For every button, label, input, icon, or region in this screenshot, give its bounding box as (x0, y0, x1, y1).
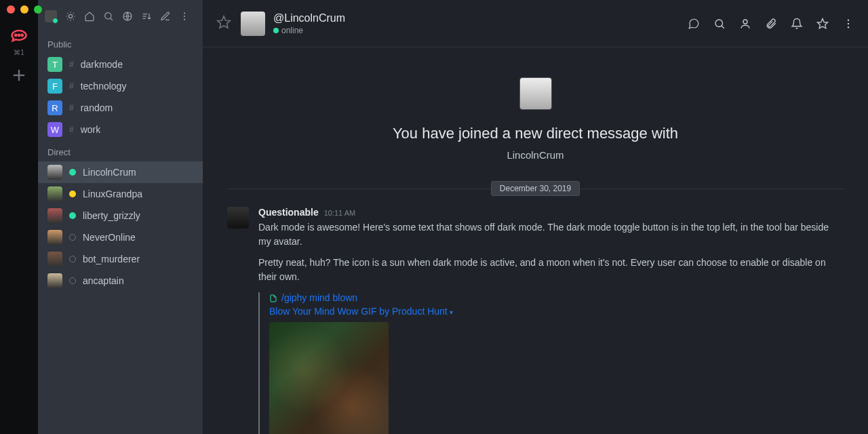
star-icon[interactable] (816, 18, 829, 30)
joined-avatar (519, 77, 552, 110)
channel-name: random (81, 102, 113, 113)
sidebar: Public T#darkmodeF#technologyR#randomW#w… (38, 0, 203, 434)
rocketchat-logo-icon[interactable] (9, 26, 28, 45)
kebab-icon[interactable] (842, 18, 854, 30)
dm-name: LinuxGrandpa (83, 189, 142, 199)
dm-avatar (47, 252, 62, 267)
channel-badge: W (47, 122, 62, 137)
status-dot (69, 234, 76, 241)
hash-icon: # (69, 125, 74, 134)
sidebar-dm-item[interactable]: LinuxGrandpa (38, 183, 203, 205)
sidebar-dm-item[interactable]: bot_murderer (38, 248, 203, 270)
maximize-window-button[interactable] (34, 5, 42, 14)
channel-badge: R (47, 100, 62, 115)
main-panel: @LincolnCrum online You have joined a ne… (203, 0, 868, 434)
close-window-button[interactable] (7, 5, 15, 14)
dm-avatar (47, 186, 62, 201)
room-status-text: online (281, 26, 303, 35)
message-avatar[interactable] (227, 207, 249, 229)
darkmode-toggle-icon[interactable] (65, 11, 76, 22)
svg-line-11 (73, 19, 74, 20)
sort-icon[interactable] (141, 11, 152, 22)
sidebar-channel-item[interactable]: T#darkmode (38, 54, 203, 75)
svg-marker-23 (218, 16, 230, 27)
attachment-title[interactable]: Blow Your Mind Wow GIF by Product Hunt (269, 306, 844, 317)
dm-name: ancaptain (83, 275, 124, 286)
message-attachment: /giphy mind blown Blow Your Mind Wow GIF… (258, 292, 844, 434)
sidebar-channel-item[interactable]: W#work (38, 119, 203, 140)
dm-name: LincolnCrum (83, 167, 136, 178)
server-rail: ⌘1 (0, 0, 38, 434)
svg-point-1 (18, 35, 20, 36)
status-dot (69, 191, 76, 197)
minimize-window-button[interactable] (20, 5, 28, 14)
sidebar-channel-item[interactable]: R#random (38, 97, 203, 119)
hash-icon: # (69, 60, 74, 69)
threads-icon[interactable] (688, 18, 700, 30)
message-author[interactable]: Questionable (258, 207, 319, 218)
directory-icon[interactable] (122, 11, 133, 22)
svg-point-29 (848, 22, 849, 24)
sidebar-section-direct: Direct (38, 140, 203, 161)
sidebar-dm-item[interactable]: LincolnCrum (38, 161, 203, 183)
header-actions (688, 18, 854, 30)
add-server-button[interactable] (9, 66, 28, 85)
svg-point-24 (715, 20, 723, 27)
room-header: @LincolnCrum online (203, 0, 868, 47)
status-dot (69, 212, 76, 219)
sidebar-dm-item[interactable]: ancaptain (38, 270, 203, 292)
sidebar-section-public: Public (38, 33, 203, 54)
create-icon[interactable] (160, 11, 171, 22)
channel-name: work (81, 124, 101, 135)
channel-name: darkmode (81, 59, 123, 70)
svg-point-28 (848, 19, 849, 20)
joined-username: LincolnCrum (227, 149, 844, 161)
svg-line-25 (722, 26, 724, 28)
files-icon[interactable] (765, 18, 777, 30)
members-icon[interactable] (739, 18, 751, 30)
room-title: @LincolnCrum (273, 12, 345, 24)
status-dot (69, 277, 76, 284)
message-text-2: Pretty neat, huh? The icon is a sun when… (258, 256, 844, 284)
attachment-command: /giphy mind blown (269, 292, 844, 303)
room-avatar[interactable] (241, 12, 265, 36)
dm-avatar (47, 165, 62, 180)
channel-badge: T (47, 57, 62, 72)
message: Questionable 10:11 AM Dark mode is aweso… (227, 207, 844, 434)
status-dot (69, 169, 76, 176)
dm-name: bot_murderer (83, 254, 140, 264)
joined-banner: You have joined a new direct message wit… (227, 77, 844, 161)
status-dot (69, 256, 76, 262)
svg-marker-27 (818, 18, 828, 28)
document-icon (269, 294, 277, 302)
search-icon[interactable] (103, 11, 114, 22)
hash-icon: # (69, 81, 74, 91)
attachment-gif[interactable] (269, 322, 389, 434)
svg-point-0 (15, 35, 16, 36)
sidebar-channel-item[interactable]: F#technology (38, 75, 203, 97)
sidebar-dm-item[interactable]: NeverOnline (38, 226, 203, 248)
message-scroll-area[interactable]: You have joined a new direct message wit… (203, 47, 868, 434)
svg-line-12 (67, 19, 68, 20)
svg-point-26 (743, 20, 747, 24)
home-icon[interactable] (84, 11, 95, 22)
sidebar-dm-item[interactable]: liberty_grizzly (38, 205, 203, 226)
svg-point-20 (184, 12, 185, 14)
svg-line-10 (67, 13, 68, 14)
kebab-menu-icon[interactable] (179, 11, 190, 22)
room-status: online (273, 26, 345, 35)
favorite-star-icon[interactable] (216, 15, 231, 33)
notifications-icon[interactable] (791, 18, 803, 30)
dm-name: NeverOnline (83, 232, 136, 243)
svg-line-15 (111, 18, 113, 20)
svg-point-5 (68, 14, 72, 18)
message-time: 10:11 AM (324, 209, 355, 217)
user-avatar[interactable] (45, 10, 57, 22)
joined-text: You have joined a new direct message wit… (227, 125, 844, 142)
dm-name: liberty_grizzly (83, 210, 140, 221)
search-messages-icon[interactable] (713, 18, 726, 30)
svg-point-30 (848, 26, 849, 28)
dm-avatar (47, 273, 62, 288)
hash-icon: # (69, 103, 74, 113)
channel-badge: F (47, 79, 62, 94)
